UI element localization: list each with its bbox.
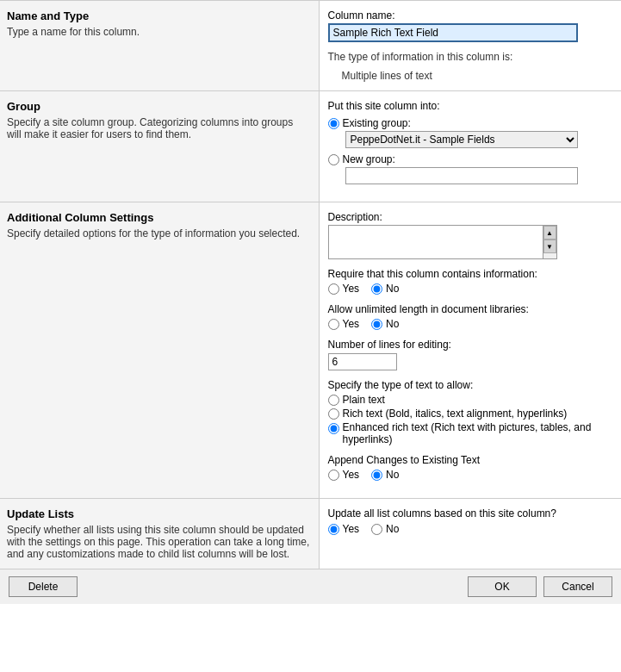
additional-desc: Specify detailed options for the type of… (7, 227, 310, 240)
scrollbar: ▲ ▼ (543, 225, 557, 259)
text-type-label: Specify the type of text to allow: (328, 379, 613, 391)
append-yes-radio[interactable] (328, 470, 339, 481)
update-yes-radio[interactable] (328, 524, 339, 535)
existing-group-label: Existing group: (343, 117, 411, 129)
lines-label: Number of lines for editing: (328, 339, 613, 351)
require-yes-label: Yes (343, 283, 360, 295)
existing-group-radio-row: Existing group: (328, 117, 613, 129)
new-group-label: New group: (343, 153, 395, 165)
footer: Delete OK Cancel (0, 569, 621, 604)
delete-button[interactable]: Delete (9, 576, 78, 597)
unlimited-label: Allow unlimited length in document libra… (328, 303, 613, 315)
column-name-label: Column name: (328, 9, 613, 22)
update-lists-desc: Specify whether all lists using this sit… (7, 524, 310, 560)
description-textarea[interactable] (328, 225, 543, 259)
enhanced-text-label: Enhanced rich text (Rich text with pictu… (343, 421, 613, 445)
group-title: Group (7, 100, 310, 113)
unlimited-no-label: No (386, 318, 399, 330)
lines-input[interactable] (328, 353, 397, 370)
column-name-input[interactable] (328, 23, 578, 42)
ok-button[interactable]: OK (468, 576, 537, 597)
update-label: Update all list columns based on this si… (328, 507, 613, 520)
unlimited-yes-label: Yes (343, 318, 360, 330)
desc-label: Description: (328, 211, 613, 223)
new-group-input[interactable] (345, 167, 578, 184)
type-info-label: The type of information in this column i… (328, 51, 613, 63)
additional-section: Additional Column Settings Specify detai… (0, 202, 621, 499)
plain-text-label: Plain text (343, 394, 385, 406)
rich-text-row: Rich text (Bold, italics, text alignment… (328, 408, 613, 420)
require-no-label: No (386, 283, 399, 295)
new-group-radio-row: New group: (328, 153, 613, 165)
name-type-title: Name and Type (7, 9, 310, 22)
name-type-desc: Type a name for this column. (7, 26, 310, 38)
unlimited-yes-radio[interactable] (328, 319, 339, 330)
rich-text-radio[interactable] (328, 408, 339, 420)
cancel-button[interactable]: Cancel (543, 576, 612, 597)
unlimited-no-radio[interactable] (371, 319, 382, 330)
update-no-label: No (386, 523, 399, 535)
existing-group-select[interactable]: PeppeDotNet.it - Sample Fields (345, 131, 578, 148)
enhanced-text-row: Enhanced rich text (Rich text with pictu… (328, 421, 613, 445)
rich-text-label: Rich text (Bold, italics, text alignment… (343, 408, 568, 420)
scrollbar-up: ▲ (543, 226, 556, 240)
update-yes-label: Yes (343, 523, 360, 535)
put-into-label: Put this site column into: (328, 100, 613, 112)
existing-group-radio[interactable] (328, 118, 339, 129)
group-section: Group Specify a site column group. Categ… (0, 91, 621, 202)
type-value: Multiple lines of text (342, 70, 613, 82)
scrollbar-down: ▼ (543, 240, 556, 253)
update-lists-title: Update Lists (7, 507, 310, 520)
additional-title: Additional Column Settings (7, 211, 310, 224)
new-group-radio[interactable] (328, 154, 339, 165)
require-label: Require that this column contains inform… (328, 268, 613, 280)
require-no-radio[interactable] (371, 283, 382, 295)
name-and-type-section: Name and Type Type a name for this colum… (0, 1, 621, 91)
enhanced-text-radio[interactable] (328, 423, 339, 434)
append-label: Append Changes to Existing Text (328, 454, 613, 466)
append-no-label: No (386, 469, 399, 481)
append-yes-label: Yes (343, 469, 360, 481)
group-desc: Specify a site column group. Categorizin… (7, 116, 310, 140)
update-no-radio[interactable] (371, 524, 382, 535)
append-no-radio[interactable] (371, 470, 382, 481)
plain-text-row: Plain text (328, 394, 613, 406)
plain-text-radio[interactable] (328, 395, 339, 406)
update-lists-section: Update Lists Specify whether all lists u… (0, 499, 621, 569)
require-yes-radio[interactable] (328, 283, 339, 295)
